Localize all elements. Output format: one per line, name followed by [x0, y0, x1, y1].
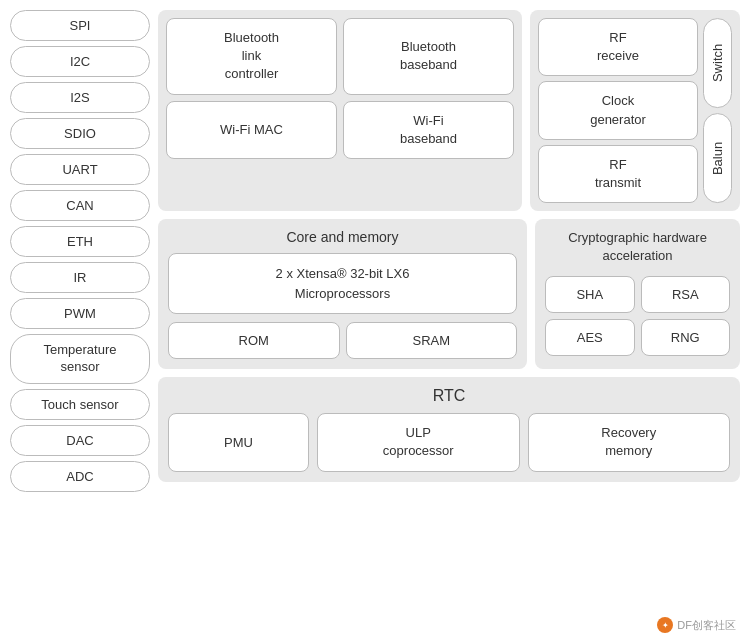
core-bottom: ROM SRAM [168, 322, 517, 359]
left-item-i2c: I2C [10, 46, 150, 77]
recovery-memory-box: Recoverymemory [528, 413, 731, 471]
core-block: Core and memory 2 x Xtensa® 32-bit LX6Mi… [158, 219, 527, 369]
top-section: Bluetoothlinkcontroller Bluetoothbaseban… [158, 10, 740, 211]
rtc-block: RTC PMU ULPcoprocessor Recoverymemory [158, 377, 740, 481]
left-item-i2s: I2S [10, 82, 150, 113]
right-area: Bluetoothlinkcontroller Bluetoothbaseban… [158, 10, 740, 631]
watermark-text: DF创客社区 [677, 618, 736, 633]
sha-box: SHA [545, 276, 635, 313]
rf-left: RFreceive Clockgenerator RFtransmit [538, 18, 698, 203]
rf-receive: RFreceive [538, 18, 698, 76]
rtc-title: RTC [168, 387, 730, 405]
middle-section: Core and memory 2 x Xtensa® 32-bit LX6Mi… [158, 219, 740, 369]
aes-box: AES [545, 319, 635, 356]
left-item-ir: IR [10, 262, 150, 293]
rf-transmit: RFtransmit [538, 145, 698, 203]
rng-box: RNG [641, 319, 731, 356]
left-item-dac: DAC [10, 425, 150, 456]
rom-box: ROM [168, 322, 340, 359]
left-item-adc: ADC [10, 461, 150, 492]
crypto-block: Cryptographic hardwareacceleration SHA R… [535, 219, 740, 369]
switch-component: Switch [703, 18, 732, 108]
left-item-eth: ETH [10, 226, 150, 257]
left-item-sdio: SDIO [10, 118, 150, 149]
processor-box: 2 x Xtensa® 32-bit LX6Microprocessors [168, 253, 517, 314]
left-item-spi: SPI [10, 10, 150, 41]
df-logo: ✦ [657, 617, 673, 633]
sram-box: SRAM [346, 322, 518, 359]
pmu-box: PMU [168, 413, 309, 471]
ulp-coprocessor-box: ULPcoprocessor [317, 413, 520, 471]
bluetooth-link-controller: Bluetoothlinkcontroller [166, 18, 337, 95]
bluetooth-baseband: Bluetoothbaseband [343, 18, 514, 95]
left-item-uart: UART [10, 154, 150, 185]
wifi-mac: Wi-Fi MAC [166, 101, 337, 159]
wireless-row2: Wi-Fi MAC Wi-Fibaseband [166, 101, 514, 159]
rtc-row: PMU ULPcoprocessor Recoverymemory [168, 413, 730, 471]
left-item-pwm: PWM [10, 298, 150, 329]
clock-generator: Clockgenerator [538, 81, 698, 139]
crypto-title: Cryptographic hardwareacceleration [545, 229, 730, 265]
wireless-block: Bluetoothlinkcontroller Bluetoothbaseban… [158, 10, 522, 211]
wifi-baseband: Wi-Fibaseband [343, 101, 514, 159]
crypto-grid: SHA RSA AES RNG [545, 276, 730, 356]
core-title: Core and memory [168, 229, 517, 245]
balun-component: Balun [703, 113, 732, 203]
rf-block: RFreceive Clockgenerator RFtransmit Swit… [530, 10, 740, 211]
left-column: SPI I2C I2S SDIO UART CAN ETH IR PWM Tem… [10, 10, 150, 631]
left-item-temp: Temperaturesensor [10, 334, 150, 384]
left-item-touch: Touch sensor [10, 389, 150, 420]
watermark: ✦ DF创客社区 [657, 617, 736, 633]
left-item-can: CAN [10, 190, 150, 221]
wireless-row1: Bluetoothlinkcontroller Bluetoothbaseban… [166, 18, 514, 95]
rf-right: Switch Balun [703, 18, 732, 203]
rsa-box: RSA [641, 276, 731, 313]
